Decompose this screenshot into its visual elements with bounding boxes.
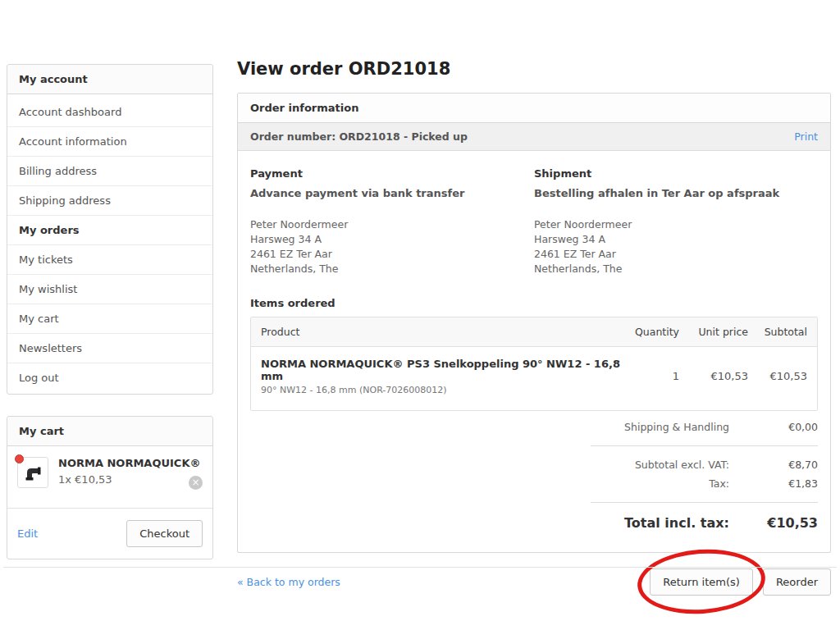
- main-content: View order ORD21018 Order information Or…: [237, 59, 831, 596]
- item-name: NORMA NORMAQUICK® PS3 Snelkoppeling 90° …: [261, 358, 620, 382]
- return-button-wrapper: Return item(s): [650, 568, 753, 596]
- page-title: View order ORD21018: [237, 59, 831, 79]
- tax-row: Tax: €1,83: [250, 474, 818, 493]
- items-table-header: Product Quantity Unit price Subtotal: [251, 317, 817, 347]
- sidebar-item-account-information[interactable]: Account information: [7, 126, 212, 156]
- items-ordered-title: Items ordered: [250, 297, 818, 309]
- shipping-handling-label: Shipping & Handling: [624, 421, 729, 433]
- payment-address: Peter Noordermeer Harsweg 34 A 2461 EZ T…: [250, 217, 534, 277]
- my-account-box: My account Account dashboard Account inf…: [7, 64, 213, 395]
- totals-divider: [591, 445, 818, 446]
- column-product: Product: [261, 326, 620, 338]
- grand-total-value: €10,53: [729, 515, 818, 531]
- order-number-status: Order number: ORD21018 - Picked up: [250, 130, 468, 143]
- return-items-button[interactable]: Return item(s): [650, 568, 753, 596]
- payment-method: Advance payment via bank transfer: [250, 187, 534, 199]
- item-product-cell: NORMA NORMAQUICK® PS3 Snelkoppeling 90° …: [261, 358, 620, 395]
- subtotal-label: Subtotal excl. VAT:: [635, 459, 729, 471]
- shipment-address: Peter Noordermeer Harsweg 34 A 2461 EZ T…: [534, 217, 818, 277]
- grand-total-label: Total incl. tax:: [624, 515, 729, 531]
- subtotal-value: €8,70: [729, 459, 818, 471]
- shipment-section: Shipment Bestelling afhalen in Ter Aar o…: [534, 167, 818, 277]
- cart-product-qty-price: 1x €10,53: [58, 473, 203, 486]
- order-information-header: Order information: [238, 94, 830, 123]
- tax-label: Tax:: [709, 477, 729, 490]
- items-table: Product Quantity Unit price Subtotal NOR…: [250, 317, 818, 411]
- my-cart-header: My cart: [7, 417, 212, 446]
- address-line: Harsweg 34 A: [250, 232, 534, 247]
- order-footer-row: « Back to my orders Return item(s) Reord…: [237, 568, 831, 596]
- tax-value: €1,83: [729, 477, 818, 490]
- sidebar-item-my-orders[interactable]: My orders: [7, 215, 212, 244]
- address-line: 2461 EZ Ter Aar: [250, 247, 534, 262]
- address-line: Harsweg 34 A: [534, 232, 818, 247]
- account-menu: Account dashboard Account information Bi…: [7, 94, 212, 394]
- order-information-panel: Order information Order number: ORD21018…: [237, 93, 831, 553]
- sidebar: My account Account dashboard Account inf…: [7, 64, 213, 559]
- sidebar-item-billing-address[interactable]: Billing address: [7, 156, 212, 185]
- shipping-handling-value: €0,00: [729, 421, 818, 433]
- sale-badge-icon: [15, 454, 24, 463]
- back-to-my-orders-link[interactable]: « Back to my orders: [237, 576, 340, 588]
- sidebar-item-account-dashboard[interactable]: Account dashboard: [7, 98, 212, 126]
- cart-product-row: NORMA NORMAQUICK® PS3 Qu 1x €10,53 ×: [7, 446, 212, 508]
- sidebar-item-my-cart[interactable]: My cart: [7, 304, 212, 333]
- product-thumbnail[interactable]: [17, 457, 48, 488]
- sidebar-item-my-wishlist[interactable]: My wishlist: [7, 274, 212, 304]
- order-number-bar: Order number: ORD21018 - Picked up Print: [238, 123, 830, 151]
- pipe-elbow-icon: [22, 462, 43, 483]
- cart-footer: Edit Checkout: [7, 508, 212, 559]
- cart-product-info: NORMA NORMAQUICK® PS3 Qu 1x €10,53: [58, 457, 203, 486]
- address-line: Netherlands, The: [534, 262, 818, 276]
- order-panel-body: Payment Advance payment via bank transfe…: [238, 151, 830, 552]
- reorder-button[interactable]: Reorder: [763, 568, 831, 596]
- remove-item-icon[interactable]: ×: [189, 476, 203, 490]
- shipment-title: Shipment: [534, 167, 818, 180]
- item-variant: 90° NW12 - 16,8 mm (NOR-7026008012): [261, 385, 620, 395]
- column-unit-price: Unit price: [679, 326, 748, 338]
- table-row: NORMA NORMAQUICK® PS3 Snelkoppeling 90° …: [251, 347, 817, 410]
- item-unit-price: €10,53: [679, 370, 748, 382]
- address-line: Peter Noordermeer: [250, 217, 534, 232]
- cart-product-name[interactable]: NORMA NORMAQUICK® PS3 Qu: [58, 457, 203, 469]
- shipping-handling-row: Shipping & Handling €0,00: [250, 411, 818, 436]
- my-account-header: My account: [7, 65, 212, 94]
- my-cart-box: My cart NORMA NORMAQUICK® PS3 Qu 1x €10,…: [7, 416, 213, 559]
- item-quantity: 1: [620, 370, 679, 382]
- column-subtotal: Subtotal: [748, 326, 807, 338]
- print-link[interactable]: Print: [794, 130, 818, 143]
- edit-cart-link[interactable]: Edit: [17, 527, 38, 540]
- totals-divider: [591, 502, 818, 503]
- sidebar-item-shipping-address[interactable]: Shipping address: [7, 185, 212, 215]
- column-quantity: Quantity: [620, 326, 679, 338]
- address-line: Netherlands, The: [250, 262, 534, 276]
- shipment-method: Bestelling afhalen in Ter Aar op afspraa…: [534, 187, 818, 199]
- checkout-button[interactable]: Checkout: [126, 520, 203, 547]
- grand-total-row: Total incl. tax: €10,53: [250, 512, 818, 534]
- address-line: Peter Noordermeer: [534, 217, 818, 232]
- address-line: 2461 EZ Ter Aar: [534, 247, 818, 262]
- payment-section: Payment Advance payment via bank transfe…: [250, 167, 534, 277]
- sidebar-item-my-tickets[interactable]: My tickets: [7, 244, 212, 274]
- sidebar-item-log-out[interactable]: Log out: [7, 363, 212, 392]
- payment-title: Payment: [250, 167, 534, 180]
- item-subtotal: €10,53: [748, 370, 807, 382]
- page-bottom-divider: [3, 567, 837, 568]
- subtotal-row: Subtotal excl. VAT: €8,70: [250, 455, 818, 474]
- footer-buttons: Return item(s) Reorder: [650, 568, 831, 596]
- payment-shipment-columns: Payment Advance payment via bank transfe…: [250, 167, 818, 277]
- sidebar-item-newsletters[interactable]: Newsletters: [7, 333, 212, 363]
